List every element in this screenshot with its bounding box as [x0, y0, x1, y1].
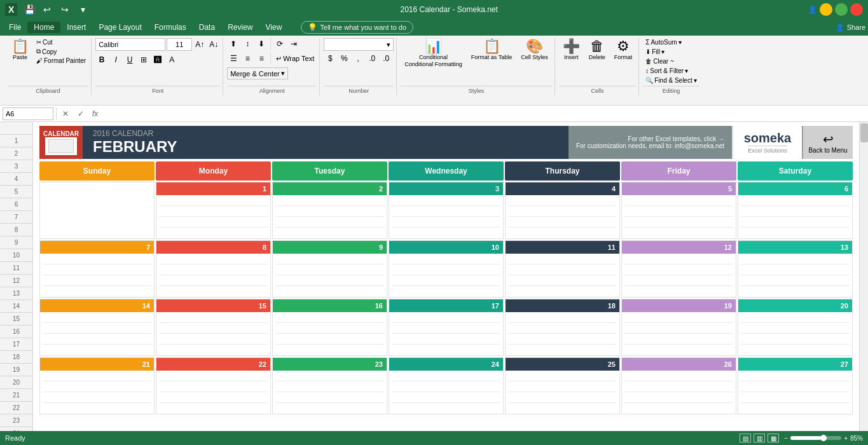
merge-center-button[interactable]: Merge & Center ▾ — [227, 67, 288, 79]
copy-button[interactable]: ⧉ Copy — [34, 47, 88, 56]
calendar-cell-5[interactable]: 5 — [621, 182, 736, 239]
calendar-cell-26[interactable]: 26 — [621, 357, 736, 414]
decrease-decimal-button[interactable]: .0 — [380, 53, 392, 64]
calendar-cell-9[interactable]: 9 — [272, 240, 387, 298]
page-layout-view-button[interactable]: ▥ — [754, 434, 765, 442]
delete-button[interactable]: 🗑 Delete — [585, 38, 609, 62]
calendar-cell-4[interactable]: 4 — [505, 182, 620, 239]
percent-button[interactable]: % — [338, 53, 350, 64]
autosum-button[interactable]: Σ AutoSum ▾ — [643, 38, 684, 46]
menu-view[interactable]: View — [259, 22, 289, 33]
calendar-cell-27[interactable]: 27 — [738, 357, 853, 414]
zoom-slider-thumb[interactable] — [820, 435, 827, 441]
wrap-text-button[interactable]: ↵ Wrap Text — [273, 53, 317, 64]
calendar-cell-11[interactable]: 11 — [505, 240, 620, 298]
back-to-menu-button[interactable]: ↩ Back to Menu — [802, 126, 853, 159]
maximize-button[interactable] — [835, 3, 848, 16]
quick-access-save[interactable]: 💾 — [22, 3, 36, 17]
underline-button[interactable]: U — [123, 54, 136, 65]
calendar-cell-23[interactable]: 23 — [272, 357, 387, 414]
conditional-formatting-button[interactable]: 📊 Conditional Conditional Formatting — [401, 38, 466, 69]
zoom-slider[interactable] — [790, 436, 841, 440]
bold-button[interactable]: B — [95, 54, 108, 65]
align-middle-button[interactable]: ↕ — [241, 38, 254, 50]
user-account[interactable]: 👤 — [808, 6, 817, 14]
page-break-view-button[interactable]: ▦ — [768, 434, 779, 442]
font-size-input[interactable] — [167, 38, 192, 51]
font-color-button[interactable]: A — [165, 54, 178, 65]
menu-home[interactable]: Home — [27, 22, 60, 33]
increase-decimal-button[interactable]: .0 — [366, 53, 378, 64]
calendar-cell-24[interactable]: 24 — [389, 357, 504, 414]
normal-view-button[interactable]: ▤ — [740, 434, 751, 442]
clear-button[interactable]: 🗑 Clear ~ — [643, 57, 677, 65]
border-button[interactable]: ⊞ — [137, 54, 150, 65]
menu-insert[interactable]: Insert — [60, 22, 92, 33]
sort-filter-button[interactable]: ↕ Sort & Filter ▾ — [643, 67, 691, 75]
minimize-button[interactable] — [820, 3, 832, 16]
menu-review[interactable]: Review — [221, 22, 259, 33]
name-box[interactable] — [3, 107, 53, 120]
calendar-cell-12[interactable]: 12 — [621, 240, 736, 298]
number-format-dropdown[interactable]: ▾ — [324, 38, 394, 51]
font-increase-button[interactable]: A↑ — [193, 39, 206, 50]
menu-formulas[interactable]: Formulas — [148, 22, 193, 33]
format-button[interactable]: ⚙ Format — [610, 38, 637, 62]
calendar-cell-empty[interactable] — [39, 182, 155, 239]
calendar-cell-15[interactable]: 15 — [156, 299, 271, 356]
cancel-formula-button[interactable]: ✕ — [59, 107, 72, 120]
insert-button[interactable]: ➕ Insert — [559, 38, 584, 62]
align-bottom-button[interactable]: ⬇ — [255, 38, 268, 50]
calendar-cell-7[interactable]: 7 — [39, 240, 155, 298]
calendar-cell-2[interactable]: 2 — [272, 182, 387, 239]
zoom-in-button[interactable]: + — [844, 435, 848, 442]
menu-data[interactable]: Data — [193, 22, 221, 33]
format-as-table-button[interactable]: 📋 Format as Table — [467, 38, 516, 62]
calendar-cell-13[interactable]: 13 — [738, 240, 853, 298]
italic-button[interactable]: I — [109, 54, 122, 65]
calendar-cell-25[interactable]: 25 — [505, 357, 620, 414]
calendar-cell-8[interactable]: 8 — [156, 240, 271, 298]
menu-page-layout[interactable]: Page Layout — [92, 22, 148, 33]
font-name-input[interactable] — [95, 38, 165, 51]
confirm-formula-button[interactable]: ✓ — [74, 107, 87, 120]
menu-file[interactable]: File — [3, 22, 27, 33]
calendar-cell-16[interactable]: 16 — [272, 299, 387, 356]
cut-button[interactable]: ✂ Cut — [34, 38, 88, 46]
scrollbar-thumb[interactable] — [860, 123, 868, 142]
align-left-button[interactable]: ☰ — [227, 53, 240, 64]
accounting-button[interactable]: $ — [324, 53, 336, 64]
indent-button[interactable]: ⇥ — [287, 38, 300, 50]
font-decrease-button[interactable]: A↓ — [207, 39, 220, 50]
cell-styles-button[interactable]: 🎨 Cell Styles — [517, 38, 552, 62]
calendar-cell-19[interactable]: 19 — [621, 299, 736, 356]
text-direction-button[interactable]: ⟳ — [273, 38, 286, 50]
paste-button[interactable]: 📋 Paste — [8, 38, 32, 62]
calendar-cell-1[interactable]: 1 — [156, 182, 271, 239]
tell-me-input[interactable]: 💡 Tell me what you want to do — [301, 21, 413, 34]
vertical-scrollbar[interactable] — [859, 122, 868, 445]
comma-button[interactable]: , — [352, 53, 364, 64]
calendar-cell-3[interactable]: 3 — [389, 182, 504, 239]
align-center-button[interactable]: ≡ — [241, 53, 254, 64]
find-select-button[interactable]: 🔍 Find & Select ▾ — [643, 76, 699, 85]
calendar-cell-17[interactable]: 17 — [389, 299, 504, 356]
align-right-button[interactable]: ≡ — [255, 53, 268, 64]
align-top-button[interactable]: ⬆ — [227, 38, 240, 50]
formula-input[interactable] — [103, 109, 865, 119]
format-painter-button[interactable]: 🖌 Format Painter — [34, 57, 88, 65]
calendar-cell-14[interactable]: 14 — [39, 299, 155, 356]
calendar-cell-22[interactable]: 22 — [156, 357, 271, 414]
quick-access-undo[interactable]: ↩ — [40, 3, 54, 17]
calendar-cell-6[interactable]: 6 — [738, 182, 853, 239]
calendar-cell-21[interactable]: 21 — [39, 357, 155, 414]
calendar-cell-18[interactable]: 18 — [505, 299, 620, 356]
close-button[interactable] — [850, 3, 863, 16]
quick-access-dropdown[interactable]: ▾ — [76, 3, 90, 17]
calendar-cell-10[interactable]: 10 — [389, 240, 504, 298]
quick-access-redo[interactable]: ↪ — [58, 3, 72, 17]
calendar-cell-20[interactable]: 20 — [738, 299, 853, 356]
share-button[interactable]: 👤 Share — [836, 24, 865, 32]
zoom-out-button[interactable]: − — [784, 435, 788, 442]
fill-color-button[interactable]: 🅰 — [151, 54, 164, 65]
